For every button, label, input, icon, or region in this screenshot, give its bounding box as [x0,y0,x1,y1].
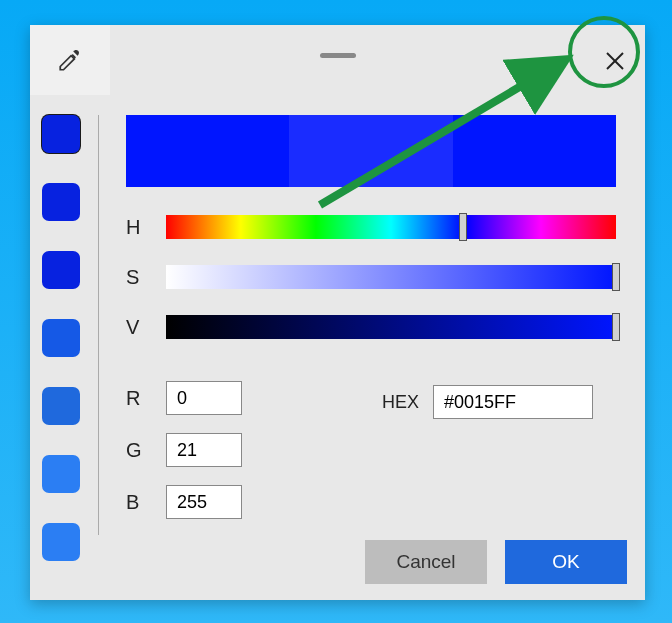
sat-slider[interactable] [166,265,616,289]
swatch-4[interactable] [42,387,80,425]
eyedropper-icon [57,47,83,73]
color-picker-dialog: H S V R G [30,25,645,600]
close-icon [605,51,625,71]
hue-thumb[interactable] [459,213,467,241]
preview-right [453,115,616,187]
cancel-button[interactable]: Cancel [365,540,487,584]
close-button[interactable] [597,43,633,79]
swatch-6[interactable] [42,523,80,561]
eyedropper-button[interactable] [30,25,110,95]
drag-handle[interactable] [320,53,356,58]
swatch-3[interactable] [42,319,80,357]
button-row: Cancel OK [365,540,627,584]
g-label: G [126,439,166,462]
val-thumb[interactable] [612,313,620,341]
sat-label: S [126,266,166,289]
preview-mid [289,115,452,187]
b-row: B [126,485,616,519]
swatch-2[interactable] [42,251,80,289]
r-label: R [126,387,166,410]
b-input[interactable] [166,485,242,519]
hex-label: HEX [382,392,419,413]
r-input[interactable] [166,381,242,415]
val-label: V [126,316,166,339]
sat-thumb[interactable] [612,263,620,291]
b-label: B [126,491,166,514]
swatch-0[interactable] [42,115,80,153]
ok-button[interactable]: OK [505,540,627,584]
swatch-5[interactable] [42,455,80,493]
divider [98,115,99,535]
hue-row: H [126,213,616,241]
val-slider[interactable] [166,315,616,339]
color-preview [126,115,616,187]
sat-row: S [126,263,616,291]
g-row: G [126,433,616,467]
hue-slider[interactable] [166,215,616,239]
hex-input[interactable] [433,385,593,419]
swatch-1[interactable] [42,183,80,221]
g-input[interactable] [166,433,242,467]
swatch-column [42,115,88,591]
hex-row: HEX [382,385,593,419]
val-row: V [126,313,616,341]
hue-label: H [126,216,166,239]
titlebar [30,25,645,95]
preview-left [126,115,289,187]
